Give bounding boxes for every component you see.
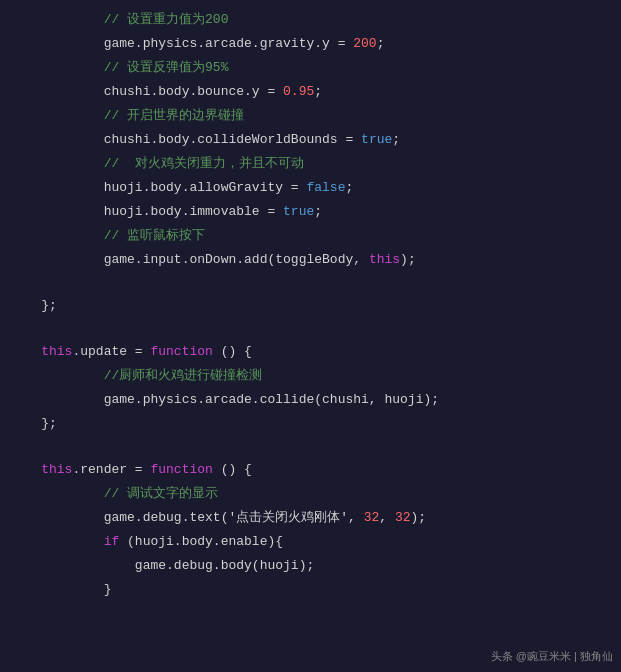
code-token: this (369, 252, 400, 267)
code-token: .update = (72, 344, 150, 359)
code-token: 32 (395, 510, 411, 525)
line-content: // 调试文字的显示 (0, 483, 621, 505)
line-content: // 设置反弹值为95% (0, 57, 621, 79)
line-content: }; (0, 413, 621, 435)
code-token: }; (41, 298, 57, 313)
code-token: game.physics.arcade.collide(chushi, huoj… (104, 392, 439, 407)
code-token: 32 (364, 510, 380, 525)
table-row: game.physics.arcade.gravity.y = 200; (0, 32, 621, 56)
table-row: game.physics.arcade.collide(chushi, huoj… (0, 388, 621, 412)
code-token: }; (41, 416, 57, 431)
code-token: this (41, 462, 72, 477)
code-token: 200 (353, 36, 376, 51)
code-content: // 设置重力值为200 game.physics.arcade.gravity… (0, 8, 621, 602)
code-token: game.debug.text('点击关闭火鸡刚体', (104, 510, 364, 525)
table-row: game.debug.text('点击关闭火鸡刚体', 32, 32); (0, 506, 621, 530)
line-content: // 对火鸡关闭重力，并且不可动 (0, 153, 621, 175)
table-row: // 监听鼠标按下 (0, 224, 621, 248)
line-content: // 监听鼠标按下 (0, 225, 621, 247)
code-token: huoji.body.immovable = (104, 204, 283, 219)
line-content: this.update = function () { (0, 341, 621, 363)
code-token: huoji.body.allowGravity = (104, 180, 307, 195)
code-token: () { (213, 344, 252, 359)
code-token: ; (392, 132, 400, 147)
table-row: this.update = function () { (0, 340, 621, 364)
line-content: game.debug.body(huoji); (0, 555, 621, 577)
line-content: if (huoji.body.enable){ (0, 531, 621, 553)
table-row: chushi.body.bounce.y = 0.95; (0, 80, 621, 104)
table-row: // 调试文字的显示 (0, 482, 621, 506)
line-content: // 开启世界的边界碰撞 (0, 105, 621, 127)
code-token: () { (213, 462, 252, 477)
table-row: this.render = function () { (0, 458, 621, 482)
code-token: , (379, 510, 395, 525)
code-token: ; (314, 84, 322, 99)
code-token: //厨师和火鸡进行碰撞检测 (104, 368, 263, 383)
code-token: this (41, 344, 72, 359)
code-token: ); (400, 252, 416, 267)
code-token: .render = (72, 462, 150, 477)
code-token: ); (410, 510, 426, 525)
line-content: //厨师和火鸡进行碰撞检测 (0, 365, 621, 387)
code-editor: // 设置重力值为200 game.physics.arcade.gravity… (0, 0, 621, 672)
code-token: if (104, 534, 120, 549)
table-row: // 设置重力值为200 (0, 8, 621, 32)
table-row: } (0, 578, 621, 602)
code-token: // 设置重力值为200 (104, 12, 229, 27)
line-content: huoji.body.immovable = true; (0, 201, 621, 223)
code-token: true (283, 204, 314, 219)
watermark-text: 头条 @豌豆米米 | 独角仙 (491, 649, 613, 664)
code-token: function (150, 462, 212, 477)
table-row (0, 436, 621, 458)
table-row: chushi.body.collideWorldBounds = true; (0, 128, 621, 152)
code-token: game.debug.body(huoji); (135, 558, 314, 573)
table-row (0, 272, 621, 294)
code-token: 0.95 (283, 84, 314, 99)
table-row: }; (0, 412, 621, 436)
code-token: true (361, 132, 392, 147)
line-content: game.input.onDown.add(toggleBody, this); (0, 249, 621, 271)
line-content: game.physics.arcade.gravity.y = 200; (0, 33, 621, 55)
code-token: // 监听鼠标按下 (104, 228, 205, 243)
table-row: //厨师和火鸡进行碰撞检测 (0, 364, 621, 388)
code-token: function (150, 344, 212, 359)
code-token: ; (314, 204, 322, 219)
code-token: // 设置反弹值为95% (104, 60, 229, 75)
line-content: huoji.body.allowGravity = false; (0, 177, 621, 199)
table-row: huoji.body.allowGravity = false; (0, 176, 621, 200)
code-token: ; (377, 36, 385, 51)
table-row: // 对火鸡关闭重力，并且不可动 (0, 152, 621, 176)
line-content: } (0, 579, 621, 601)
line-content: this.render = function () { (0, 459, 621, 481)
code-token: // 调试文字的显示 (104, 486, 218, 501)
table-row: }; (0, 294, 621, 318)
line-content: chushi.body.bounce.y = 0.95; (0, 81, 621, 103)
line-content: game.debug.text('点击关闭火鸡刚体', 32, 32); (0, 507, 621, 529)
code-token: // 对火鸡关闭重力，并且不可动 (104, 156, 304, 171)
table-row: // 开启世界的边界碰撞 (0, 104, 621, 128)
table-row (0, 318, 621, 340)
code-token: } (104, 582, 112, 597)
code-token: // 开启世界的边界碰撞 (104, 108, 244, 123)
line-content: chushi.body.collideWorldBounds = true; (0, 129, 621, 151)
line-content: // 设置重力值为200 (0, 9, 621, 31)
code-token: chushi.body.collideWorldBounds = (104, 132, 361, 147)
table-row: huoji.body.immovable = true; (0, 200, 621, 224)
code-token: game.input.onDown.add(toggleBody, (104, 252, 369, 267)
code-token: ; (345, 180, 353, 195)
table-row: if (huoji.body.enable){ (0, 530, 621, 554)
line-content: }; (0, 295, 621, 317)
code-token: (huoji.body.enable){ (119, 534, 283, 549)
code-token: chushi.body.bounce.y = (104, 84, 283, 99)
table-row: game.input.onDown.add(toggleBody, this); (0, 248, 621, 272)
code-token: false (306, 180, 345, 195)
line-content: game.physics.arcade.collide(chushi, huoj… (0, 389, 621, 411)
code-token: game.physics.arcade.gravity.y = (104, 36, 354, 51)
table-row: game.debug.body(huoji); (0, 554, 621, 578)
table-row: // 设置反弹值为95% (0, 56, 621, 80)
